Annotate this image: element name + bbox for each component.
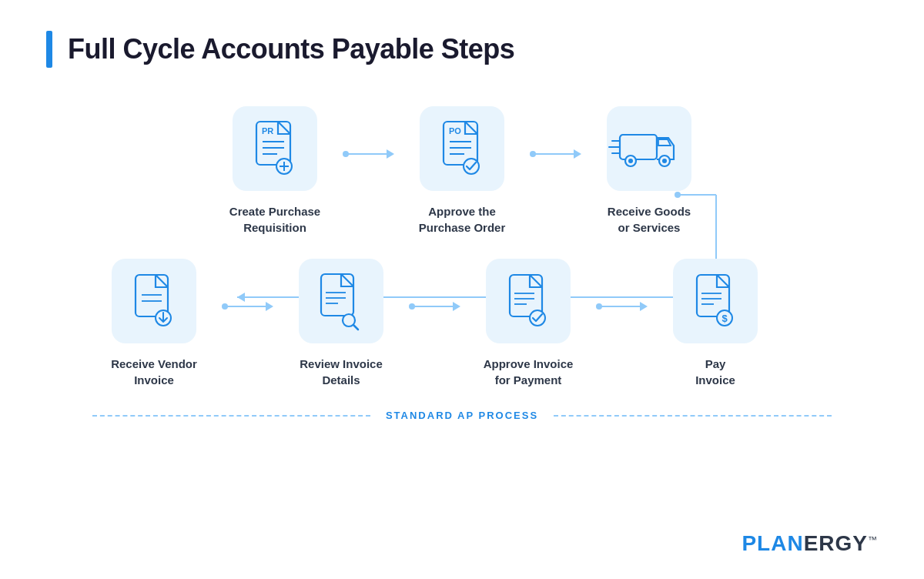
step-label-receive-goods: Receive Goodsor Services — [608, 203, 691, 236]
step-label-create-pr: Create PurchaseRequisition — [229, 203, 320, 236]
step-icon-pay-invoice: $ — [673, 259, 758, 343]
ap-process-label: STANDARD AP PROCESS — [370, 410, 554, 421]
svg-point-24 — [662, 159, 667, 163]
arrow-line-5 — [601, 306, 640, 307]
logo-tm: ™ — [868, 534, 878, 545]
page: Full Cycle Accounts Payable Steps — [0, 0, 924, 579]
dollar-document-icon: $ — [692, 273, 738, 329]
truck-icon — [618, 126, 680, 172]
step-icon-receive-vendor-invoice — [112, 259, 196, 343]
arrow-4 — [409, 302, 460, 311]
step-icon-create-pr: PR — [233, 106, 317, 191]
step-row-1: PR Create PurchaseRequisition — [46, 106, 878, 236]
step-pay-invoice: $ PayInvoice — [654, 259, 777, 388]
step-label-approve-po: Approve thePurchase Order — [419, 203, 506, 236]
arrow-head-3 — [266, 302, 273, 311]
po-document-icon: PO — [437, 120, 487, 178]
arrow-1 — [343, 149, 394, 159]
step-create-purchase-requisition: PR Create PurchaseRequisition — [213, 106, 336, 236]
check-document-icon — [505, 273, 551, 329]
arrow-line-4 — [414, 306, 453, 307]
step-approve-invoice-payment: Approve Invoicefor Payment — [467, 259, 590, 388]
page-title: Full Cycle Accounts Payable Steps — [68, 33, 514, 65]
logo-ergy: ERGY — [804, 531, 868, 555]
step-label-pay-invoice: PayInvoice — [695, 356, 735, 388]
svg-text:PR: PR — [262, 126, 273, 136]
step-label-receive-vendor-invoice: Receive VendorInvoice — [111, 356, 197, 388]
step-approve-purchase-order: PO Approve thePurchase Order — [400, 106, 524, 236]
rows-wrapper: PR Create PurchaseRequisition — [46, 106, 878, 388]
step-review-invoice-details: Review InvoiceDetails — [280, 259, 403, 388]
pr-document-icon: PR — [250, 120, 300, 178]
arrow-head-2 — [574, 149, 581, 159]
arrow-2 — [530, 149, 581, 159]
ap-process-section: STANDARD AP PROCESS — [46, 410, 878, 421]
ap-dashed-right — [554, 415, 832, 417]
arrow-5 — [596, 302, 648, 311]
step-label-approve-invoice: Approve Invoicefor Payment — [484, 356, 574, 388]
arrow-head-4 — [453, 302, 460, 311]
step-icon-approve-invoice — [486, 259, 571, 343]
step-icon-approve-po: PO — [420, 106, 504, 191]
ap-dashed-left — [92, 415, 370, 417]
svg-point-22 — [628, 159, 633, 163]
arrow-line-2 — [535, 153, 574, 155]
svg-text:$: $ — [722, 313, 728, 324]
svg-line-38 — [353, 325, 358, 330]
svg-rect-33 — [321, 274, 353, 316]
logo-plan: PLAN — [742, 531, 803, 555]
step-receive-vendor-invoice: Receive VendorInvoice — [92, 259, 216, 388]
step-label-review-invoice: Review InvoiceDetails — [300, 356, 383, 388]
svg-text:PO: PO — [449, 126, 461, 136]
download-document-icon — [131, 273, 177, 329]
arrow-head-5 — [640, 302, 648, 311]
step-icon-receive-goods — [607, 106, 691, 191]
header-accent-bar — [46, 31, 52, 68]
arrow-3 — [222, 302, 273, 311]
step-icon-review-invoice — [299, 259, 383, 343]
header: Full Cycle Accounts Payable Steps — [46, 31, 878, 68]
svg-rect-20 — [620, 135, 657, 159]
flow-diagram: PR Create PurchaseRequisition — [46, 106, 878, 421]
step-row-2: Receive VendorInvoice — [46, 259, 878, 388]
logo: PLANERGY™ — [742, 531, 878, 556]
arrow-line-3 — [227, 306, 266, 307]
arrow-line-1 — [348, 153, 387, 155]
step-receive-goods: Receive Goodsor Services — [588, 106, 711, 236]
search-document-icon — [316, 273, 367, 330]
logo-text: PLANERGY™ — [742, 531, 878, 555]
arrow-head-1 — [387, 149, 394, 159]
